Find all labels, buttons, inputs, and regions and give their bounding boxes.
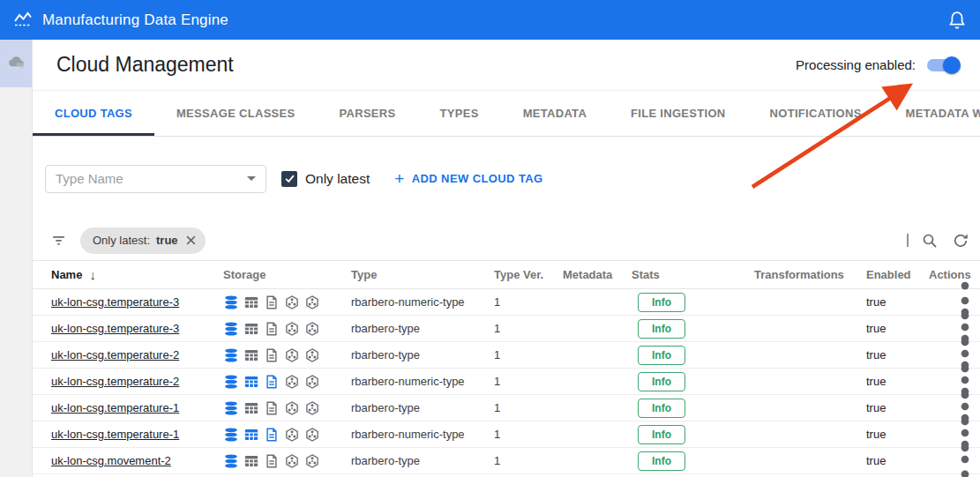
tab-label: FILE INGESTION [631, 107, 725, 120]
pubsub-icon [304, 400, 320, 416]
table-row: uk-lon-csg.temperature-3 [33, 316, 980, 342]
database-icon [223, 294, 239, 310]
cloud-tag-name-link[interactable]: uk-lon-csg.temperature-3 [51, 322, 179, 335]
tab[interactable]: FILE INGESTION [609, 91, 747, 136]
storage-icons [223, 321, 351, 337]
document-icon [264, 321, 280, 337]
cloud-tag-name-link[interactable]: uk-lon-csg.temperature-3 [51, 295, 179, 309]
tab-label: METADATA [523, 107, 587, 120]
tab[interactable]: TYPES [418, 91, 501, 136]
tab-label: MESSAGE CLASSES [176, 107, 295, 120]
add-new-cloud-tag-label: ADD NEW CLOUD TAG [412, 172, 543, 185]
table-icon [243, 374, 259, 390]
pubsub-icon [304, 294, 320, 310]
type-value: rbarbero-type [351, 454, 494, 467]
document-icon [264, 427, 280, 443]
add-new-cloud-tag-button[interactable]: + ADD NEW CLOUD TAG [394, 170, 542, 187]
pubsub-icon [304, 427, 320, 443]
table-icon [243, 321, 259, 337]
sidebar-item-cloud-management[interactable] [0, 40, 32, 87]
column-header-name[interactable]: Name ↓ [51, 267, 223, 282]
cloud-tag-name-link[interactable]: uk-lon-csg.temperature-2 [51, 348, 179, 361]
app-title: Manufacturing Data Engine [42, 11, 228, 29]
tab[interactable]: METADATA WARNINGS [884, 91, 980, 136]
storage-icons [223, 374, 351, 390]
type-value: rbarbero-numeric-type [351, 428, 494, 441]
column-header-transformations[interactable]: Transformations [754, 268, 866, 281]
column-header-metadata[interactable]: Metadata [563, 268, 632, 281]
tab-label: METADATA WARNINGS [906, 107, 980, 120]
info-button[interactable]: Info [638, 451, 685, 471]
database-icon [223, 374, 239, 390]
info-button[interactable]: Info [638, 425, 685, 444]
storage-icons [223, 453, 351, 469]
page-header: Cloud Management Processing enabled: [33, 40, 980, 91]
type-name-select[interactable] [45, 165, 266, 193]
table-icon [243, 453, 259, 469]
database-icon [223, 427, 239, 443]
tab[interactable]: METADATA [501, 91, 609, 136]
tab-label: NOTIFICATIONS [770, 107, 862, 120]
storage-icons [223, 347, 351, 363]
type-ver-value: 1 [494, 401, 563, 414]
tab[interactable]: PARSERS [318, 91, 418, 136]
table-header: Name ↓ Storage Type Type Ver. Metadata S… [33, 261, 980, 289]
pubsub-icon [284, 427, 300, 443]
cloud-tag-name-link[interactable]: uk-lon-csg.temperature-2 [51, 375, 179, 388]
close-icon[interactable] [184, 234, 198, 247]
processing-control: Processing enabled: [796, 57, 959, 72]
cloud-tag-name-link[interactable]: uk-lon-csg.temperature-1 [51, 428, 179, 441]
document-icon [264, 453, 280, 469]
processing-enabled-toggle[interactable] [927, 59, 959, 71]
plus-icon: + [394, 170, 405, 187]
tab[interactable]: MESSAGE CLASSES [154, 91, 318, 136]
table-icon [243, 347, 259, 363]
toolbar-divider [907, 234, 909, 247]
enabled-value: true [866, 322, 929, 335]
database-icon [223, 347, 239, 363]
table-row: uk-lon-csg.temperature-2 [33, 342, 980, 369]
app-window: Manufacturing Data Engine Cloud Managem [0, 0, 980, 477]
info-button[interactable]: Info [638, 399, 685, 418]
document-icon [264, 347, 280, 363]
app-bar: Manufacturing Data Engine [0, 0, 980, 40]
info-button[interactable]: Info [638, 319, 685, 339]
column-header-type[interactable]: Type [351, 268, 494, 281]
table-row: uk-lon-csg.temperature-1 [33, 395, 980, 421]
info-button[interactable]: Info [638, 372, 685, 391]
notifications-bell-icon[interactable] [946, 10, 968, 31]
tab-label: CLOUD TAGS [55, 107, 132, 120]
tab-label: TYPES [440, 107, 479, 120]
only-latest-checkbox[interactable] [281, 171, 297, 187]
pubsub-icon [304, 347, 320, 363]
filter-chip-bar: Only latest: true [33, 220, 980, 261]
table-row: uk-lon-csg.temperature-3 [33, 289, 980, 316]
tab[interactable]: CLOUD TAGS [33, 91, 154, 136]
chip-value: true [156, 234, 178, 247]
info-button[interactable]: Info [638, 346, 685, 365]
table-icon [243, 294, 259, 310]
storage-icons [223, 294, 351, 310]
document-icon [264, 400, 280, 416]
only-latest-filter-chip[interactable]: Only latest: true [80, 227, 206, 254]
storage-icons [223, 427, 351, 443]
chip-label: Only latest: [93, 234, 150, 247]
column-header-type-ver[interactable]: Type Ver. [494, 268, 563, 281]
cloud-tag-name-link[interactable]: uk-lon-csg.movement-2 [51, 454, 171, 467]
table-row: uk-lon-csg.movement-2 [33, 448, 980, 474]
column-header-stats[interactable]: Stats [632, 268, 754, 281]
table-icon [243, 400, 259, 416]
pubsub-icon [284, 347, 300, 363]
cloud-tag-name-link[interactable]: uk-lon-csg.temperature-1 [51, 401, 179, 414]
info-button[interactable]: Info [638, 293, 685, 312]
type-name-input[interactable] [56, 171, 247, 186]
enabled-value: true [866, 454, 929, 467]
tab[interactable]: NOTIFICATIONS [748, 91, 884, 136]
column-header-storage[interactable]: Storage [223, 268, 351, 281]
type-value: rbarbero-numeric-type [351, 375, 494, 388]
enabled-value: true [866, 428, 929, 441]
refresh-icon[interactable] [952, 232, 969, 250]
search-icon[interactable] [921, 232, 939, 250]
type-ver-value: 1 [494, 322, 563, 335]
column-header-enabled[interactable]: Enabled [866, 268, 929, 281]
